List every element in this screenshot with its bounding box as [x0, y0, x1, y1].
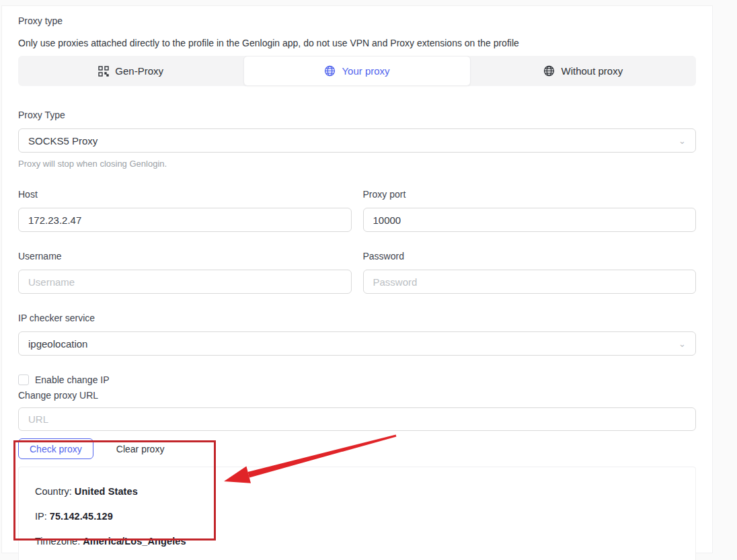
- proxy-actions: Check proxy Clear proxy: [18, 438, 696, 459]
- proxy-type-section-label: Proxy type: [18, 15, 696, 26]
- chevron-down-icon: ⌄: [678, 136, 686, 145]
- chevron-down-icon: ⌄: [678, 339, 686, 348]
- credentials-row: Username Password: [18, 251, 696, 294]
- ip-checker-field: IP checker service ipgeolocation ⌄: [18, 313, 696, 356]
- password-label: Password: [363, 251, 697, 262]
- country-value: United States: [75, 486, 138, 497]
- change-proxy-url-field: [18, 407, 696, 431]
- result-ip: IP: 75.142.45.129: [35, 511, 679, 522]
- qr-grid-icon: [98, 66, 109, 77]
- globe-icon: [324, 65, 336, 77]
- host-port-row: Host Proxy port: [18, 189, 696, 232]
- proxy-source-tabs: Gen-Proxy Your proxy: [18, 56, 696, 86]
- country-label: Country:: [35, 486, 75, 497]
- ip-checker-select[interactable]: ipgeolocation ⌄: [18, 331, 696, 356]
- tab-label: Without proxy: [561, 65, 623, 77]
- enable-change-ip-label: Enable change IP: [35, 374, 110, 385]
- check-proxy-button[interactable]: Check proxy: [18, 438, 93, 459]
- proxy-type-label: Proxy Type: [18, 110, 696, 120]
- proxy-port-label: Proxy port: [363, 189, 697, 200]
- proxy-port-field: Proxy port: [363, 189, 697, 232]
- ip-label: IP:: [35, 511, 50, 522]
- proxy-port-input[interactable]: [363, 208, 697, 232]
- tab-gen-proxy[interactable]: Gen-Proxy: [18, 56, 243, 86]
- proxy-type-helper: Proxy will stop when closing Genlogin.: [18, 159, 696, 169]
- proxy-settings-panel: Proxy type Only use proxies attached dir…: [1, 5, 713, 553]
- enable-change-ip-row: Enable change IP: [18, 374, 696, 385]
- password-field: Password: [363, 251, 697, 294]
- tab-without-proxy[interactable]: Without proxy: [471, 56, 696, 86]
- ip-value: 75.142.45.129: [50, 511, 113, 522]
- username-input[interactable]: [18, 270, 352, 294]
- proxy-usage-note: Only use proxies attached directly to th…: [18, 38, 696, 48]
- globe-icon: [543, 65, 555, 77]
- result-country: Country: United States: [35, 486, 679, 497]
- host-input[interactable]: [18, 208, 352, 232]
- tab-label: Your proxy: [342, 65, 389, 77]
- host-label: Host: [18, 189, 352, 200]
- tab-your-proxy[interactable]: Your proxy: [243, 56, 470, 86]
- change-proxy-url-input[interactable]: [18, 407, 696, 431]
- change-proxy-url-label: Change proxy URL: [18, 390, 696, 401]
- host-field: Host: [18, 189, 352, 232]
- tab-label: Gen-Proxy: [115, 65, 163, 77]
- username-field: Username: [18, 251, 352, 294]
- username-label: Username: [18, 251, 352, 262]
- proxy-type-value: SOCKS5 Proxy: [28, 135, 98, 147]
- timezone-value: America/Los_Angeles: [83, 536, 186, 547]
- password-input[interactable]: [363, 270, 697, 294]
- result-timezone: Timezone: America/Los_Angeles: [35, 536, 679, 547]
- proxy-type-field: Proxy Type SOCKS5 Proxy ⌄ Proxy will sto…: [18, 110, 696, 169]
- proxy-check-result-panel: Country: United States IP: 75.142.45.129…: [18, 467, 696, 560]
- ip-checker-label: IP checker service: [18, 313, 696, 323]
- ip-checker-value: ipgeolocation: [28, 338, 87, 350]
- clear-proxy-button[interactable]: Clear proxy: [116, 444, 165, 454]
- timezone-label: Timezone:: [35, 536, 83, 547]
- enable-change-ip-checkbox[interactable]: [18, 374, 29, 385]
- proxy-type-select[interactable]: SOCKS5 Proxy ⌄: [18, 128, 696, 153]
